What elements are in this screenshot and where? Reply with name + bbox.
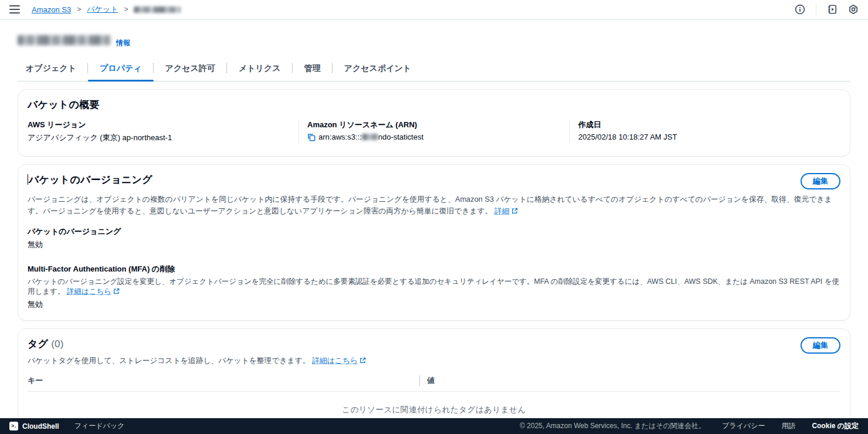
creation-date-value: 2025/02/18 10:18:27 AM JST bbox=[578, 133, 831, 141]
mfa-details-link[interactable]: 詳細はこちら bbox=[67, 287, 120, 296]
tags-title: タグ (0) bbox=[28, 337, 64, 351]
tags-edit-button[interactable]: 編集 bbox=[801, 337, 840, 354]
bucket-overview-card: バケットの概要 AWS リージョン アジアパシフィック (東京) ap-nort… bbox=[18, 89, 850, 157]
versioning-details-link[interactable]: 詳細 bbox=[494, 206, 518, 215]
bucket-overview-fields: AWS リージョン アジアパシフィック (東京) ap-northeast-1 … bbox=[28, 120, 840, 143]
breadcrumb: Amazon S3 > バケット > bbox=[32, 4, 181, 15]
feedback-link[interactable]: フィードバック bbox=[74, 421, 125, 431]
info-icon[interactable] bbox=[795, 4, 805, 15]
mfa-delete-value: 無効 bbox=[28, 299, 840, 310]
copy-icon[interactable] bbox=[307, 133, 316, 141]
privacy-link[interactable]: プライバシー bbox=[722, 421, 765, 431]
page-header: 情報 bbox=[18, 35, 850, 48]
s3-bucket-properties-page: Amazon S3 > バケット > 情報 オブジェクト プロパ bbox=[0, 0, 868, 434]
versioning-description: バージョニングは、オブジェクトの複数のバリアントを同じバケット内に保持する手段で… bbox=[28, 194, 840, 217]
bucket-info-link[interactable]: 情報 bbox=[116, 38, 130, 48]
tags-description: バケットタグを使用して、ストレージコストを追跡し、バケットを整理できます。 詳細… bbox=[28, 355, 840, 367]
arn-label: Amazon リソースネーム (ARN) bbox=[307, 120, 560, 130]
docs-notebook-icon[interactable] bbox=[827, 4, 838, 15]
console-footer: >. CloudShell フィードバック © 2025, Amazon Web… bbox=[0, 418, 868, 434]
tab-bar: オブジェクト プロパティ アクセス許可 メトリクス 管理 アクセスポイント bbox=[18, 57, 850, 82]
breadcrumb-bucket-name-redacted bbox=[134, 6, 181, 13]
tab-objects[interactable]: オブジェクト bbox=[18, 57, 88, 81]
bucket-name-title-redacted bbox=[18, 35, 110, 45]
text-cursor bbox=[28, 174, 28, 185]
mfa-delete-description: バケットのバージョニング設定を変更し、オブジェクトバージョンを完全に削除するため… bbox=[28, 277, 840, 297]
creation-date-label: 作成日 bbox=[578, 120, 831, 130]
settings-gear-icon[interactable] bbox=[848, 4, 859, 15]
bucket-overview-title: バケットの概要 bbox=[28, 98, 99, 111]
tab-metrics[interactable]: メトリクス bbox=[227, 57, 293, 81]
terms-link[interactable]: 用語 bbox=[781, 421, 795, 431]
breadcrumb-separator: > bbox=[124, 5, 128, 13]
topbar-actions bbox=[795, 4, 859, 15]
cloudshell-button[interactable]: >. CloudShell bbox=[9, 422, 59, 430]
mfa-delete-label: Multi-Factor Authentication (MFA) の削除 bbox=[28, 264, 840, 274]
cookie-settings-link[interactable]: Cookie の設定 bbox=[812, 421, 859, 431]
tags-table-header: キー 値 bbox=[28, 375, 840, 386]
topbar-divider bbox=[816, 4, 816, 15]
region-value: アジアパシフィック (東京) ap-northeast-1 bbox=[28, 133, 289, 143]
hamburger-menu-icon[interactable] bbox=[9, 5, 20, 13]
versioning-edit-button[interactable]: 編集 bbox=[801, 173, 840, 189]
tab-management[interactable]: 管理 bbox=[293, 57, 333, 81]
tags-details-link[interactable]: 詳細はこちら bbox=[312, 356, 366, 365]
tags-column-value: 値 bbox=[419, 375, 840, 386]
main-content: 情報 オブジェクト プロパティ アクセス許可 メトリクス 管理 アクセスポイント… bbox=[0, 35, 868, 434]
bucket-versioning-card: バケットのバージョニング 編集 バージョニングは、オブジェクトの複数のバリアント… bbox=[18, 164, 850, 321]
breadcrumb-amazon-s3[interactable]: Amazon S3 bbox=[32, 5, 71, 14]
region-label: AWS リージョン bbox=[28, 120, 289, 130]
arn-value: arn:aws:s3:::ndo-statictest bbox=[318, 133, 423, 141]
tags-card: タグ (0) 編集 バケットタグを使用して、ストレージコストを追跡し、バケットを… bbox=[18, 328, 850, 430]
tab-properties[interactable]: プロパティ bbox=[88, 57, 154, 81]
versioning-status-label: バケットのバージョニング bbox=[28, 226, 840, 237]
breadcrumb-buckets[interactable]: バケット bbox=[87, 4, 118, 15]
arn-field: Amazon リソースネーム (ARN) arn:aws:s3:::ndo-st… bbox=[299, 120, 569, 143]
arn-redacted-segment bbox=[362, 134, 378, 140]
tags-count: (0) bbox=[51, 338, 63, 350]
creation-date-field: 作成日 2025/02/18 10:18:27 AM JST bbox=[569, 120, 840, 143]
tags-column-key: キー bbox=[28, 375, 419, 386]
versioning-status-value: 無効 bbox=[28, 239, 840, 250]
copyright-text: © 2025, Amazon Web Services, Inc. またはその関… bbox=[520, 421, 706, 431]
tab-permissions[interactable]: アクセス許可 bbox=[154, 57, 227, 81]
breadcrumb-bar: Amazon S3 > バケット > bbox=[0, 0, 868, 20]
tab-access-points[interactable]: アクセスポイント bbox=[333, 57, 423, 81]
breadcrumb-separator: > bbox=[77, 5, 81, 13]
versioning-title: バケットのバージョニング bbox=[28, 173, 152, 187]
region-field: AWS リージョン アジアパシフィック (東京) ap-northeast-1 bbox=[28, 120, 299, 143]
cloudshell-terminal-icon: >. bbox=[9, 422, 18, 430]
